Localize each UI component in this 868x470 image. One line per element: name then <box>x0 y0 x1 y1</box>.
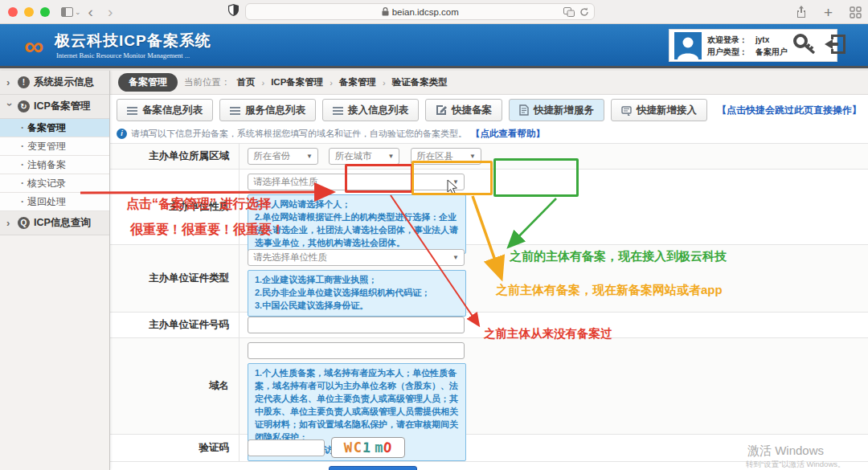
cert-number-input[interactable] <box>248 317 465 333</box>
tab-filing-info-list[interactable]: 备案信息列表 <box>117 99 213 121</box>
address-bar[interactable]: beian.idcsp.com <box>245 3 595 20</box>
window-controls <box>8 7 50 17</box>
chevron-right-icon: › <box>6 76 14 88</box>
cert-type-tip: 1.企业建议选择工商营业执照； 2.民办非企业单位建议选择组织机构代码证； 3.… <box>248 270 466 317</box>
domain-input[interactable] <box>248 342 465 359</box>
sidebar-item-cancel-filing[interactable]: 注销备案 <box>0 156 109 174</box>
change-password-icon[interactable] <box>793 34 817 58</box>
url-text: beian.idcsp.com <box>392 7 459 17</box>
list-icon <box>230 106 240 115</box>
dropdown-arrow-icon: ▼ <box>452 178 459 186</box>
captcha-image[interactable]: WC1mO <box>331 437 405 458</box>
browser-toolbar: ⌄ ‹ › beian.idcsp.com + <box>0 0 868 24</box>
reload-icon[interactable] <box>579 7 589 17</box>
sidebar-item-label: 核实记录 <box>27 177 66 190</box>
tabs-row: 备案信息列表 服务信息列表 接入信息列表 快捷备案 快捷新增服务 快捷新增接入 … <box>110 95 868 125</box>
form-row-region: 主办单位所属区域 所在省份▼ 所在城市▼ 所在区县▼ <box>110 144 868 170</box>
info-text: 请填写以下信息开始备案，系统将根据您填写的域名和证件，自动验证您的备案类型。 <box>131 128 467 140</box>
info-icon: i <box>117 129 127 139</box>
verify-filing-type-button[interactable]: 验证备案类型 <box>329 466 417 470</box>
breadcrumb-verify-type: 验证备案类型 <box>392 76 448 88</box>
dropdown-arrow-icon: ▼ <box>306 153 313 160</box>
user-type-value: 备案用户 <box>755 47 788 56</box>
sidebar-item-change-management[interactable]: 变更管理 <box>0 137 109 156</box>
help-link[interactable]: 【点此查看帮助】 <box>471 128 545 140</box>
document-icon <box>519 104 529 116</box>
tab-access-info-list[interactable]: 接入信息列表 <box>322 99 419 121</box>
manage-icon: ↻ <box>18 100 30 112</box>
forward-button[interactable]: › <box>100 4 120 19</box>
list-icon <box>127 106 137 115</box>
captcha-input[interactable] <box>248 439 325 456</box>
sidebar-group-system-messages[interactable]: › ! 系统提示信息 <box>0 71 109 95</box>
dropdown-arrow-icon: ▼ <box>452 254 459 261</box>
translate-icon[interactable] <box>563 7 575 17</box>
dropdown-arrow-icon: ▼ <box>469 153 476 160</box>
chevron-down-icon: ⌄ <box>75 8 81 16</box>
breadcrumb: 备案管理 当前位置： 首页 › ICP备案管理 › 备案管理 › 验证备案类型 <box>110 71 868 95</box>
list-icon <box>333 106 343 115</box>
field-label: 主办单位证件类型 <box>110 245 240 312</box>
browser-sidebar-button[interactable]: ⌄ <box>61 7 81 17</box>
city-select[interactable]: 所在城市▼ <box>329 148 399 165</box>
form-row-captcha: 验证码 WC1mO <box>110 435 868 462</box>
breadcrumb-filing-management[interactable]: 备案管理 <box>339 76 376 88</box>
field-label: 主办单位所属区域 <box>110 144 240 169</box>
user-type-label: 用户类型： <box>707 47 747 56</box>
sidebar-item-filing-management[interactable]: 备案管理 <box>0 119 109 137</box>
tab-quick-add-service[interactable]: 快捷新增服务 <box>509 99 604 121</box>
tab-quick-filing[interactable]: 快捷备案 <box>425 99 502 121</box>
user-panel: 欢迎登录：jytx 用户类型：备案用户 <box>669 29 837 62</box>
field-label: 主办单位证件号码 <box>110 313 240 337</box>
breadcrumb-separator: › <box>383 78 386 88</box>
sidebar-item-label: 退回处理 <box>27 195 66 209</box>
province-select[interactable]: 所在省份▼ <box>248 148 318 165</box>
district-select[interactable]: 所在区县▼ <box>411 148 481 165</box>
username: jytx <box>755 35 769 44</box>
zoom-window-button[interactable] <box>40 7 50 17</box>
tab-quick-add-access[interactable]: 快捷新增接入 <box>611 99 707 121</box>
lock-icon <box>382 7 389 16</box>
app-subtitle: Internet Basic Resource Monitor Manageme… <box>56 51 190 59</box>
cloud-logo-icon: ∞ <box>24 34 43 58</box>
minimize-window-button[interactable] <box>24 7 34 17</box>
sidebar-toggle-icon <box>61 7 73 17</box>
form-row-domain: 域名 1.个人性质备案，域名持有者应为本人；单位性质备案，域名持有者可以为主办单… <box>110 338 868 435</box>
logout-icon[interactable] <box>823 33 849 59</box>
sidebar-group-icp-management[interactable]: › ↻ ICP备案管理 <box>0 95 109 119</box>
sidebar-item-verify-records[interactable]: 核实记录 <box>0 174 109 193</box>
sidebar-group-icp-query[interactable]: › Q ICP信息查询 <box>0 211 109 235</box>
field-label: 主办单位性质 <box>110 170 240 244</box>
org-nature-select[interactable]: 请选择单位性质▼ <box>248 174 465 190</box>
new-tab-button[interactable]: + <box>818 5 838 20</box>
privacy-shield-icon[interactable] <box>228 4 239 19</box>
chevron-right-icon: › <box>6 217 14 229</box>
back-button[interactable]: ‹ <box>81 4 100 19</box>
tab-service-info-list[interactable]: 服务信息列表 <box>219 99 316 121</box>
alert-icon: ! <box>18 76 30 88</box>
tab-overview-icon[interactable] <box>850 6 862 18</box>
share-icon[interactable] <box>796 6 807 18</box>
sidebar-item-label: 变更管理 <box>27 140 66 153</box>
sidebar-item-label: 注销备案 <box>27 158 66 172</box>
page-title-pill: 备案管理 <box>118 73 178 92</box>
info-bar: i 请填写以下信息开始备案，系统将根据您填写的域名和证件，自动验证您的备案类型。… <box>110 127 868 140</box>
avatar <box>674 32 702 59</box>
location-label: 当前位置： <box>184 76 231 88</box>
sidebar-group-label: ICP备案管理 <box>34 100 91 113</box>
form-row-cert-type: 主办单位证件类型 请先选择单位性质▼ 1.企业建议选择工商营业执照； 2.民办非… <box>110 245 868 313</box>
edit-icon <box>436 105 447 116</box>
form-row-cert-number: 主办单位证件号码 <box>110 313 868 338</box>
breadcrumb-icp-management[interactable]: ICP备案管理 <box>271 76 323 88</box>
sidebar: › ! 系统提示信息 › ↻ ICP备案管理 备案管理 变更管理 注销备案 核实… <box>0 71 110 470</box>
chevron-down-icon: › <box>4 103 16 110</box>
breadcrumb-home[interactable]: 首页 <box>237 76 256 88</box>
tabs-hint-text: 【点击快捷会跳过此页直接操作】 <box>717 104 862 117</box>
sidebar-item-return-processing[interactable]: 退回处理 <box>0 193 109 211</box>
document-plug-icon <box>621 105 632 116</box>
cert-type-select[interactable]: 请先选择单位性质▼ <box>248 249 465 266</box>
main-panel: 备案管理 当前位置： 首页 › ICP备案管理 › 备案管理 › 验证备案类型 … <box>110 71 868 470</box>
close-window-button[interactable] <box>8 7 18 17</box>
dropdown-arrow-icon: ▼ <box>388 153 395 160</box>
screen: ⌄ ‹ › beian.idcsp.com + ∞ 极云科技ICP备案系统 In… <box>0 0 868 470</box>
